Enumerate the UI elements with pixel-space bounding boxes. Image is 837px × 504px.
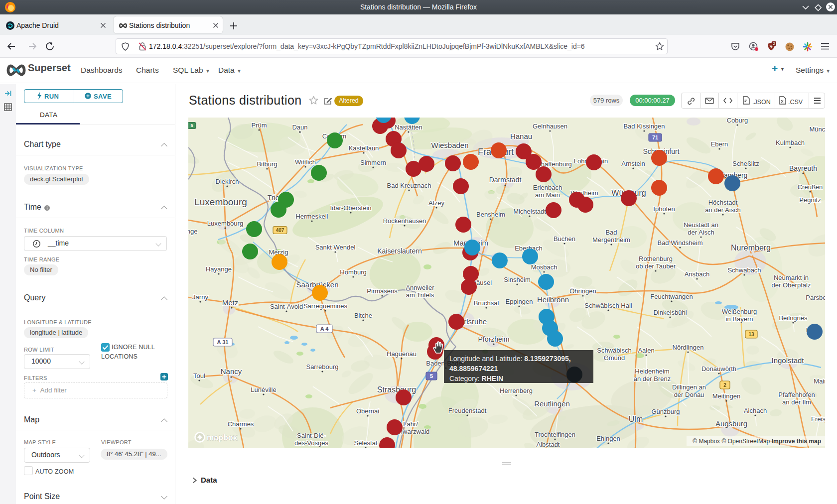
svg-text:Pforzheim: Pforzheim <box>478 335 509 343</box>
svg-text:Sélestat: Sélestat <box>354 439 378 447</box>
svg-text:Aichach: Aichach <box>744 407 767 414</box>
svg-text:Mair: Mair <box>814 378 825 385</box>
svg-text:Kastellaun: Kastellaun <box>349 144 379 152</box>
svg-text:Nuremberg: Nuremberg <box>731 244 771 252</box>
svg-text:Diekirch: Diekirch <box>216 178 239 185</box>
svg-text:Scheßlitz: Scheßlitz <box>732 160 759 167</box>
svg-text:Saint-Avold: Saint-Avold <box>270 303 303 310</box>
svg-text:Luxembourg: Luxembourg <box>207 220 243 227</box>
svg-text:Lahr/: Lahr/ <box>403 420 418 428</box>
svg-text:Arnstein: Arnstein <box>621 160 645 167</box>
svg-text:in Bayern: in Bayern <box>726 315 753 323</box>
svg-text:Sarreguemines: Sarreguemines <box>303 302 348 310</box>
svg-text:Metz: Metz <box>222 298 239 307</box>
svg-text:Meitingen: Meitingen <box>712 392 740 400</box>
svg-text:Feuchtwangen: Feuchtwangen <box>650 293 693 300</box>
svg-text:Beilngries: Beilngries <box>779 314 808 322</box>
svg-text:5: 5 <box>430 373 433 379</box>
svg-text:Münch: Münch <box>809 126 825 133</box>
svg-text:Haguenau: Haguenau <box>387 350 417 358</box>
svg-text:Hermeskeil: Hermeskeil <box>295 213 328 220</box>
svg-text:Bitburg: Bitburg <box>257 160 277 168</box>
svg-text:Saint-Dié-: Saint-Dié- <box>297 432 326 439</box>
svg-text:Gmünd: Gmünd <box>604 354 625 362</box>
svg-text:Prüm: Prüm <box>251 122 267 129</box>
svg-text:Rockenhausen: Rockenhausen <box>383 217 426 225</box>
svg-text:Freisi: Freisi <box>811 415 825 423</box>
svg-text:Ulm: Ulm <box>629 415 643 423</box>
svg-text:Toul: Toul <box>193 372 205 379</box>
svg-text:Schwäbisch: Schwäbisch <box>597 347 631 354</box>
svg-text:71: 71 <box>652 134 658 140</box>
svg-text:Iphofen: Iphofen <box>653 205 675 213</box>
svg-text:Rothenburg: Rothenburg <box>639 255 673 262</box>
svg-text:5: 5 <box>190 123 193 128</box>
svg-text:Daun: Daun <box>292 124 307 131</box>
svg-text:Schwäbisch Hall: Schwäbisch Hall <box>584 302 632 309</box>
svg-text:Heidenheim: Heidenheim <box>635 368 669 375</box>
svg-text:ange: ange <box>188 228 197 235</box>
svg-text:Nördlingen: Nördlingen <box>673 344 704 351</box>
svg-text:Jarny: Jarny <box>192 293 208 301</box>
svg-text:Hanau: Hanau <box>510 132 532 140</box>
svg-text:Dillingen an: Dillingen an <box>672 383 706 391</box>
svg-text:A 31: A 31 <box>217 339 229 345</box>
svg-text:an der Aisch: an der Aisch <box>705 206 741 214</box>
svg-text:Erlenbach: Erlenbach <box>533 184 562 191</box>
svg-text:Pegnitz: Pegnitz <box>799 196 821 204</box>
svg-text:Bruchsal: Bruchsal <box>474 299 499 307</box>
svg-text:Höchstadt: Höchstadt <box>708 199 738 206</box>
svg-text:Wittlich: Wittlich <box>295 158 316 166</box>
svg-text:© Mapbox © OpenStreetMap Impro: © Mapbox © OpenStreetMap Improve this ma… <box>693 438 821 445</box>
svg-text:Schwabach: Schwabach <box>727 266 761 274</box>
svg-text:Idar-Oberstein: Idar-Oberstein <box>330 204 371 212</box>
svg-text:Mosbach: Mosbach <box>531 263 558 271</box>
svg-text:Bad Windsheim: Bad Windsheim <box>657 239 702 247</box>
svg-text:Dinkelsbühl: Dinkelsbühl <box>653 309 687 316</box>
svg-text:Reutlingen: Reutlingen <box>534 399 570 408</box>
svg-text:Trochtelfingen: Trochtelfingen <box>535 431 575 438</box>
svg-text:Parsber: Parsber <box>806 294 825 301</box>
svg-text:Kulmbach: Kulmbach <box>776 139 805 146</box>
svg-text:Mergentheim: Mergentheim <box>592 236 630 244</box>
svg-text:Hayange: Hayange <box>206 265 232 273</box>
svg-text:Obernai: Obernai <box>356 407 379 415</box>
svg-text:Eppingen: Eppingen <box>506 298 533 305</box>
svg-text:Alzey: Alzey <box>428 199 444 207</box>
svg-text:Kaiserslautern: Kaiserslautern <box>377 247 422 255</box>
svg-text:Bad Kissingen: Bad Kissingen <box>623 123 665 130</box>
svg-text:Simmern: Simmern <box>360 159 386 166</box>
svg-text:407: 407 <box>276 228 284 233</box>
svg-text:Gelnhausen: Gelnhausen <box>533 123 567 130</box>
svg-text:am Main: am Main <box>535 191 560 199</box>
svg-text:Augsburg: Augsburg <box>715 419 747 428</box>
svg-text:2: 2 <box>723 382 726 388</box>
svg-text:A 4: A 4 <box>320 326 329 332</box>
svg-text:Sankt Wendel: Sankt Wendel <box>315 244 356 251</box>
svg-text:der Donau: der Donau <box>674 391 704 398</box>
svg-text:Sarrebourg: Sarrebourg <box>306 363 338 371</box>
svg-text:Ingolstadt: Ingolstadt <box>771 356 804 365</box>
svg-text:Lunéville: Lunéville <box>251 386 276 393</box>
svg-text:Charmes: Charmes <box>228 420 254 428</box>
svg-text:Bensheim: Bensheim <box>476 211 505 218</box>
svg-text:Ansbach: Ansbach <box>685 270 710 278</box>
svg-text:Öhringen: Öhringen <box>569 287 596 295</box>
svg-text:Annweiler: Annweiler <box>406 284 434 291</box>
svg-text:Creußen: Creußen <box>798 183 823 191</box>
svg-text:Weißenburg: Weißenburg <box>722 308 757 315</box>
svg-text:Michelstadt: Michelstadt <box>513 208 546 215</box>
svg-text:Heilbronn: Heilbronn <box>537 295 569 304</box>
svg-text:an der Ilm: an der Ilm <box>782 398 811 406</box>
svg-text:Nancy: Nancy <box>221 367 242 376</box>
svg-text:der Oberpfalz: der Oberpfalz <box>772 281 811 289</box>
svg-text:Coburg: Coburg <box>727 118 748 124</box>
svg-text:Bad: Bad <box>605 229 617 236</box>
svg-text:Buchen: Buchen <box>554 235 575 243</box>
svg-text:an der Brenz: an der Brenz <box>634 375 671 382</box>
svg-text:der Aisch: der Aisch <box>688 229 714 236</box>
svg-text:Sinsheim: Sinsheim <box>504 276 530 283</box>
svg-text:Freudenstadt: Freudenstadt <box>448 407 487 414</box>
svg-text:2: 2 <box>773 41 775 46</box>
svg-text:Bad Kreuznach: Bad Kreuznach <box>387 182 431 189</box>
